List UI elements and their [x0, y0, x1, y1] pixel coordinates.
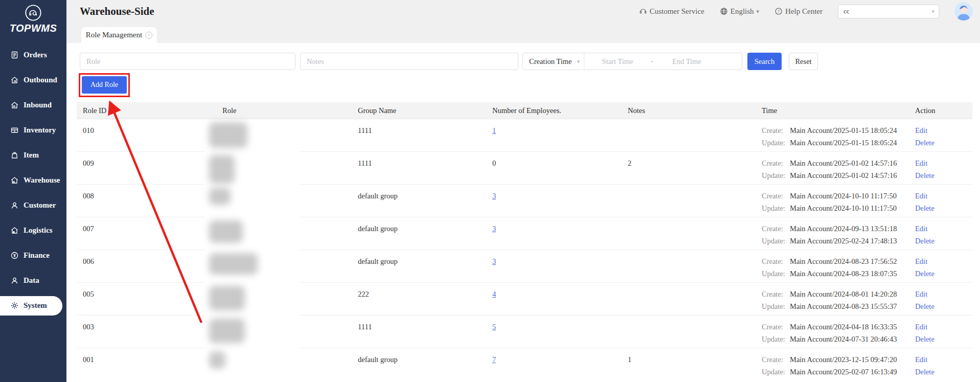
- sidebar-item-label: Customer: [24, 201, 56, 210]
- employee-count-link[interactable]: 1: [492, 126, 496, 134]
- account-select-value: cc: [844, 7, 850, 15]
- help-center-link[interactable]: ? Help Center: [774, 7, 823, 16]
- sidebar-item-data[interactable]: Data: [0, 268, 66, 293]
- sidebar-item-customer[interactable]: Customer: [0, 193, 66, 218]
- employee-count-link[interactable]: 5: [492, 323, 496, 331]
- person-data-icon: [10, 276, 19, 285]
- main-content: Creation Time ▾ - Search Reset Add Role …: [66, 43, 980, 382]
- edit-link[interactable]: Edit: [915, 223, 972, 234]
- redacted-role-value: [209, 286, 245, 310]
- start-time-input[interactable]: [584, 57, 651, 66]
- sidebar-item-label: Warehouse: [24, 176, 60, 185]
- redacted-role-value: [209, 155, 235, 184]
- chevron-down-icon: ▾: [757, 9, 760, 14]
- sidebar-item-label: Logistics: [24, 226, 53, 235]
- group-name-cell: default group: [352, 223, 486, 234]
- redacted-role-value: [209, 122, 247, 148]
- column-header-notes: Notes: [622, 106, 756, 115]
- reset-button[interactable]: Reset: [789, 53, 818, 70]
- time-cell: Create:Main Account/2024-04-18 16:33:35 …: [756, 321, 909, 345]
- column-header-action: Action: [909, 106, 972, 115]
- sidebar: TOPWMS Orders Outbound Inbound Inventory…: [0, 0, 66, 382]
- sidebar-item-orders[interactable]: Orders: [0, 42, 66, 68]
- user-avatar[interactable]: [954, 2, 973, 20]
- date-filter-group: Creation Time ▾ -: [522, 53, 742, 70]
- edit-link[interactable]: Edit: [915, 256, 972, 267]
- group-name-cell: default group: [352, 354, 486, 365]
- sidebar-item-inbound[interactable]: Inbound: [0, 93, 66, 118]
- column-header-group-name: Group Name: [352, 106, 486, 115]
- sidebar-item-warehouse[interactable]: Warehouse: [0, 168, 66, 193]
- group-name-cell: default group: [352, 256, 486, 267]
- delete-link[interactable]: Delete: [915, 366, 972, 377]
- employee-count: 0: [492, 159, 496, 167]
- brand-name: TOPWMS: [10, 23, 57, 34]
- sidebar-item-inventory[interactable]: Inventory: [0, 118, 66, 143]
- language-selector[interactable]: English ▾: [720, 7, 759, 16]
- brand-logo: TOPWMS: [0, 0, 66, 34]
- edit-link[interactable]: Edit: [915, 288, 972, 300]
- sidebar-item-system[interactable]: System: [0, 296, 62, 316]
- delete-link[interactable]: Delete: [915, 333, 972, 345]
- delete-link[interactable]: Delete: [915, 268, 972, 279]
- close-icon[interactable]: ×: [145, 32, 152, 39]
- annotation-highlight-box: Add Role: [79, 73, 130, 97]
- account-select[interactable]: cc ▾: [838, 5, 939, 18]
- notes-cell: 2: [622, 158, 756, 169]
- group-name-cell: 1111: [352, 158, 486, 169]
- delete-link[interactable]: Delete: [915, 137, 972, 148]
- clipboard-icon: [10, 51, 19, 59]
- delete-link[interactable]: Delete: [915, 235, 972, 246]
- group-name-cell: 222: [352, 288, 486, 300]
- add-role-button[interactable]: Add Role: [82, 76, 127, 94]
- date-range-picker: -: [584, 53, 742, 70]
- column-header-employees: Number of Employees.: [486, 106, 622, 115]
- sidebar-item-label: Inbound: [24, 101, 52, 109]
- sidebar-item-label: Outbound: [24, 76, 57, 84]
- edit-link[interactable]: Edit: [915, 158, 972, 169]
- column-header-role: Role: [216, 106, 352, 115]
- customer-service-link[interactable]: Customer Service: [639, 7, 704, 16]
- delete-link[interactable]: Delete: [915, 301, 972, 312]
- sidebar-item-item[interactable]: Item: [0, 143, 66, 168]
- notes-filter-input[interactable]: [300, 53, 518, 70]
- sidebar-nav: Orders Outbound Inbound Inventory Item W…: [0, 42, 66, 316]
- sidebar-item-logistics[interactable]: Logistics: [0, 218, 66, 243]
- delete-link[interactable]: Delete: [915, 203, 972, 214]
- role-filter-input[interactable]: [80, 53, 295, 70]
- employee-count-link[interactable]: 3: [492, 192, 496, 200]
- search-button[interactable]: Search: [747, 53, 782, 70]
- tab-label: Role Management: [86, 31, 142, 39]
- group-name-cell: 1111: [352, 321, 486, 332]
- filter-bar: Creation Time ▾ - Search Reset: [80, 53, 980, 70]
- end-time-input[interactable]: [653, 57, 720, 66]
- edit-link[interactable]: Edit: [915, 354, 972, 365]
- employee-count-link[interactable]: 3: [492, 257, 496, 265]
- sidebar-item-finance[interactable]: Finance: [0, 243, 66, 268]
- role-id-cell: 007: [77, 223, 216, 234]
- bag-icon: [10, 151, 19, 160]
- house-arrow-out-icon: [10, 76, 19, 84]
- headset-icon: [639, 7, 647, 15]
- role-id-cell: 003: [77, 321, 216, 332]
- time-type-select[interactable]: Creation Time ▾: [523, 53, 584, 70]
- role-id-cell: 008: [77, 190, 216, 201]
- time-cell: Create:Main Account/2024-09-13 13:51:18 …: [756, 223, 909, 246]
- edit-link[interactable]: Edit: [915, 125, 972, 136]
- warehouse-icon: [10, 176, 19, 185]
- time-cell: Create:Main Account/2024-08-23 17:56:52 …: [756, 256, 909, 279]
- tab-role-management[interactable]: Role Management ×: [81, 27, 157, 43]
- globe-icon: [720, 7, 728, 15]
- user-icon: [10, 201, 19, 210]
- redacted-role-value: [209, 319, 245, 343]
- role-id-cell: 010: [77, 125, 216, 136]
- employee-count-link[interactable]: 3: [492, 224, 496, 233]
- edit-link[interactable]: Edit: [915, 321, 972, 332]
- delete-link[interactable]: Delete: [915, 170, 972, 181]
- employee-count-link[interactable]: 7: [492, 355, 496, 364]
- sidebar-item-outbound[interactable]: Outbound: [0, 68, 66, 93]
- sidebar-item-label: System: [24, 301, 47, 310]
- edit-link[interactable]: Edit: [915, 190, 972, 201]
- employee-count-link[interactable]: 4: [492, 290, 496, 298]
- role-id-cell: 001: [77, 354, 216, 365]
